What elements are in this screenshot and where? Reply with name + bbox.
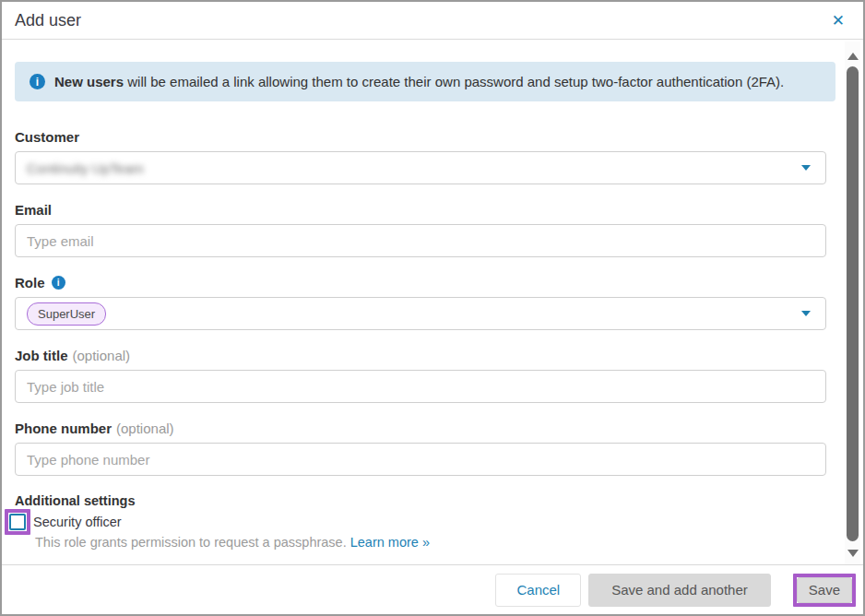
security-officer-checkbox[interactable] (9, 514, 26, 530)
dialog-footer: Cancel Save and add another Save (2, 564, 863, 614)
additional-settings-heading: Additional settings (15, 493, 841, 508)
security-officer-description-text: This role grants permission to request a… (35, 535, 350, 550)
customer-label-text: Customer (15, 129, 79, 145)
dialog-header: Add user ✕ (2, 2, 863, 40)
customer-select[interactable]: Continuity UpTeam (15, 151, 826, 184)
phone-input[interactable] (15, 443, 826, 476)
additional-settings-section: Additional settings Security officer Thi… (15, 493, 841, 550)
info-icon: i (30, 74, 45, 89)
chevron-down-icon (801, 311, 811, 316)
close-icon[interactable]: ✕ (828, 11, 848, 30)
email-field-group: Email (15, 202, 826, 257)
info-banner-text: New users will be emailed a link allowin… (54, 74, 784, 89)
email-input[interactable] (15, 224, 826, 257)
chevron-down-icon (801, 165, 811, 171)
role-field-group: Role i SuperUser (15, 275, 826, 330)
scroll-up-icon[interactable] (847, 53, 859, 60)
customer-value-redacted: Continuity UpTeam (27, 160, 144, 176)
job-title-input[interactable] (15, 370, 826, 403)
save-annotation-highlight: Save (793, 574, 856, 607)
phone-optional-text: (optional) (116, 421, 174, 436)
phone-label: Phone number (optional) (15, 421, 826, 436)
dialog-body: i New users will be emailed a link allow… (2, 41, 841, 563)
phone-label-text: Phone number (15, 421, 112, 436)
info-banner: i New users will be emailed a link allow… (15, 62, 835, 101)
dialog-title: Add user (15, 11, 81, 30)
role-label: Role i (15, 275, 826, 290)
role-selected-pill: SuperUser (27, 302, 106, 326)
vertical-scrollbar[interactable] (845, 41, 860, 565)
save-button[interactable]: Save (797, 577, 852, 603)
role-select[interactable]: SuperUser (15, 297, 826, 330)
cancel-button[interactable]: Cancel (495, 574, 581, 607)
info-banner-bold: New users (54, 74, 124, 89)
security-officer-label[interactable]: Security officer (33, 515, 122, 529)
email-label: Email (15, 202, 826, 218)
learn-more-link[interactable]: Learn more » (350, 535, 430, 550)
job-title-label: Job title (optional) (15, 348, 826, 363)
job-title-optional-text: (optional) (73, 348, 131, 363)
customer-field-group: Customer Continuity UpTeam (15, 129, 826, 184)
email-label-text: Email (15, 202, 52, 218)
scrollbar-thumb[interactable] (847, 66, 859, 541)
add-user-dialog: Add user ✕ i New users will be emailed a… (0, 0, 865, 616)
info-banner-rest: will be emailed a link allowing them to … (124, 74, 784, 89)
checkbox-annotation-highlight (5, 509, 30, 535)
security-officer-row: Security officer (5, 509, 841, 535)
security-officer-description: This role grants permission to request a… (35, 535, 841, 550)
role-info-icon[interactable]: i (52, 276, 65, 290)
role-label-text: Role (15, 275, 45, 290)
phone-field-group: Phone number (optional) (15, 421, 826, 476)
customer-label: Customer (15, 129, 826, 145)
save-and-add-another-button[interactable]: Save and add another (588, 574, 771, 607)
job-title-label-text: Job title (15, 348, 68, 363)
scroll-down-icon[interactable] (847, 550, 859, 557)
job-title-field-group: Job title (optional) (15, 348, 826, 403)
